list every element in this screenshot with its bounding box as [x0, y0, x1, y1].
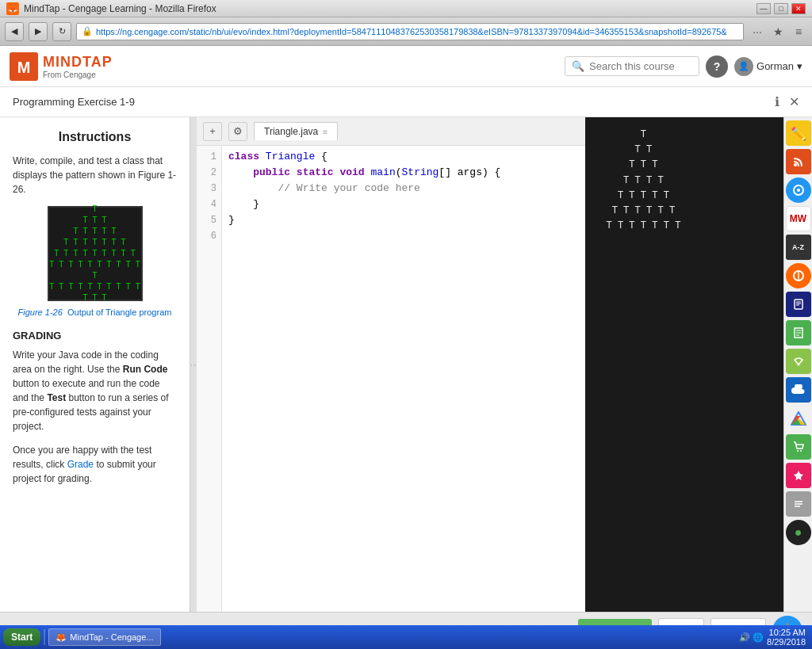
cart-button[interactable]: [786, 434, 811, 460]
more-tools-button[interactable]: ···: [749, 23, 766, 40]
pattern-image: T T T T T T T T T T T T T T T T T T T T …: [48, 206, 143, 301]
main-content: Instructions Write, compile, and test a …: [0, 117, 812, 612]
gray-notes-button[interactable]: [786, 491, 811, 517]
instructions-title: Instructions: [13, 130, 177, 144]
svg-point-4: [797, 189, 800, 192]
wireless-button[interactable]: [786, 349, 811, 374]
search-box[interactable]: 🔍: [565, 56, 699, 76]
google-drive-button[interactable]: [786, 406, 811, 431]
vertical-splitter[interactable]: ⋮: [190, 117, 197, 612]
user-name: Gorman: [756, 60, 794, 72]
svg-rect-7: [795, 300, 802, 309]
code-line-3: // Write your code here: [228, 181, 579, 197]
window-controls: — □ ✕: [756, 3, 806, 14]
figure-label: Figure 1-26: [18, 307, 63, 317]
code-line-4: }: [228, 197, 579, 212]
test-emphasis: Test: [47, 392, 66, 403]
menu-button[interactable]: ≡: [790, 23, 807, 40]
minimize-button[interactable]: —: [756, 3, 771, 14]
highlight-icon-button[interactable]: ✏️: [786, 120, 811, 146]
blue-tool-button[interactable]: [786, 178, 811, 203]
chevron-down-icon: ▾: [797, 60, 802, 72]
help-button[interactable]: ?: [706, 55, 728, 78]
tray-icons: 🔊 🌐: [739, 632, 764, 643]
file-tab[interactable]: Triangle.java ≡: [254, 122, 338, 140]
close-window-button[interactable]: ✕: [791, 3, 806, 14]
code-line-6: [228, 228, 579, 244]
instructions-panel: Instructions Write, compile, and test a …: [0, 117, 190, 612]
forward-button[interactable]: ▶: [29, 22, 48, 41]
close-panel-icon[interactable]: ✕: [789, 94, 799, 109]
bookmark-button[interactable]: ★: [769, 23, 787, 40]
search-icon: 🔍: [572, 60, 584, 72]
url-text: https://ng.cengage.com/static/nb/ui/evo/…: [96, 27, 727, 36]
taskbar-item-firefox[interactable]: 🦊 MindTap - Cengage...: [48, 628, 160, 646]
taskbar-item-label: MindTap - Cengage...: [70, 632, 153, 642]
maximize-button[interactable]: □: [774, 3, 788, 14]
line-numbers: 1 2 3 4 5 6: [197, 146, 222, 612]
settings-button[interactable]: ⚙: [228, 122, 247, 141]
browser-titlebar: 🦊 MindTap - Cengage Learning - Mozilla F…: [0, 0, 812, 17]
pink-tool-button[interactable]: [786, 463, 811, 488]
svg-text:M: M: [17, 59, 31, 76]
grading-text-1: Write your Java code in the coding area …: [13, 348, 177, 433]
code-line-5: }: [228, 212, 579, 228]
cloud-button[interactable]: [786, 377, 811, 403]
code-line-2: public static void main(String[] args) {: [228, 165, 579, 181]
avatar: 👤: [734, 57, 753, 76]
user-menu[interactable]: 👤 Gorman ▾: [734, 57, 802, 76]
code-content[interactable]: class Triangle { public static void main…: [222, 146, 585, 612]
mindtap-header: M MINDTAP From Cengage 🔍 ? 👤 Gorman ▾: [0, 46, 812, 87]
book-button[interactable]: [786, 292, 811, 317]
green-circle-button[interactable]: ●: [786, 520, 811, 545]
svg-point-14: [797, 364, 799, 366]
figure-caption-text: Output of Triangle program: [65, 307, 172, 317]
merriam-webster-button[interactable]: MW: [786, 206, 811, 231]
grade-link[interactable]: Grade: [67, 459, 94, 470]
logo-main-text: MINDTAP: [43, 54, 113, 71]
system-clock: 10:25 AM 8/29/2018: [767, 628, 806, 647]
firefox-taskbar-icon: 🦊: [56, 632, 67, 643]
mindtap-logo: M MINDTAP From Cengage: [10, 52, 113, 81]
date-display: 8/29/2018: [767, 637, 806, 647]
browser-addressbar: ◀ ▶ ↻ 🔒 https://ng.cengage.com/static/nb…: [0, 17, 812, 46]
intro-text: Write, compile, and test a class that di…: [13, 154, 177, 197]
logo-text: MINDTAP From Cengage: [43, 54, 113, 79]
logo-sub-text: From Cengage: [43, 71, 113, 79]
refresh-button[interactable]: ↻: [52, 22, 71, 41]
page-titlebar: Programming Exercise 1-9 ℹ ✕: [0, 87, 812, 117]
output-panel: T T T T T T T T T T T T T T T T T T T T …: [585, 117, 783, 612]
figure-caption: Figure 1-26 Output of Triangle program: [13, 307, 177, 317]
right-sidebar: ✏️ MW A-Z: [783, 117, 812, 612]
address-bar[interactable]: 🔒 https://ng.cengage.com/static/nb/ui/ev…: [76, 23, 744, 40]
tab-filename: Triangle.java: [264, 126, 318, 137]
svg-point-2: [794, 163, 797, 166]
svg-point-19: [797, 450, 799, 452]
output-area: T T T T T T T T T T T T T T T T T T T T …: [585, 117, 783, 612]
system-tray: 🔊 🌐 10:25 AM 8/29/2018: [739, 628, 809, 647]
orange-tool-button[interactable]: [786, 263, 811, 288]
tab-close-icon[interactable]: ≡: [323, 128, 327, 136]
start-button[interactable]: Start: [3, 628, 40, 646]
code-area[interactable]: 1 2 3 4 5 6 class Triangle { public stat…: [197, 146, 585, 612]
pattern-ascii: T T T T T T T T T T T T T T T T T T T T …: [49, 204, 141, 304]
windows-taskbar: Start 🦊 MindTap - Cengage... 🔊 🌐 10:25 A…: [0, 625, 812, 649]
browser-title: MindTap - Cengage Learning - Mozilla Fir…: [24, 3, 756, 14]
time-display: 10:25 AM: [767, 628, 806, 637]
run-code-emphasis: Run Code: [123, 364, 168, 375]
code-line-1: class Triangle {: [228, 149, 579, 165]
search-input[interactable]: [589, 60, 692, 72]
browser-tools: ··· ★ ≡: [749, 23, 807, 40]
code-editor-panel: + ⚙ Triangle.java ≡ 1 2 3 4 5 6 class Tr…: [197, 117, 585, 612]
grading-title: GRADING: [13, 330, 177, 342]
notes-button[interactable]: [786, 320, 811, 345]
editor-toolbar: + ⚙ Triangle.java ≡: [197, 117, 585, 146]
az-dictionary-button[interactable]: A-Z: [786, 235, 811, 260]
svg-point-20: [800, 450, 802, 452]
info-icon[interactable]: ℹ: [775, 94, 779, 109]
grading-text-2: Once you are happy with the test results…: [13, 443, 177, 486]
add-file-button[interactable]: +: [203, 122, 222, 141]
back-button[interactable]: ◀: [5, 22, 24, 41]
rss-icon-button[interactable]: [786, 149, 811, 174]
titlebar-actions: ℹ ✕: [775, 94, 799, 109]
